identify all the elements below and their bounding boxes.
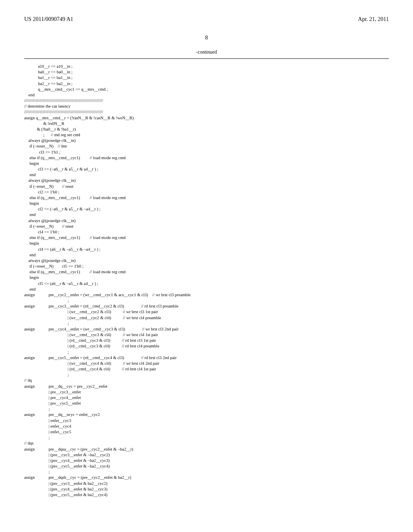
page-header: US 2011/0090749 A1 Apr. 21, 2011 [24, 16, 389, 23]
code-listing: a10__r <= a10__in ; ba0__r <= ba0__in ; … [24, 64, 389, 498]
header-left: US 2011/0090749 A1 [24, 16, 73, 23]
divider-top [24, 58, 389, 59]
continued-label: -continued [24, 49, 389, 55]
header-right: Apr. 21, 2011 [358, 16, 389, 23]
page-number: 8 [24, 35, 389, 41]
